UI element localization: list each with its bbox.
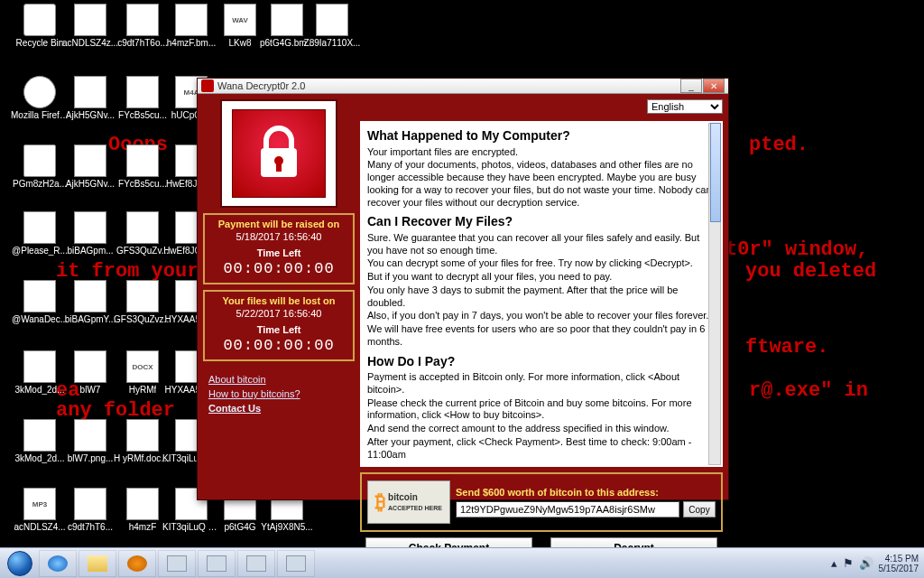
tray-time: 4:15 PM — [879, 554, 919, 564]
desktop-icon-label: biBAGpmY... — [65, 314, 116, 324]
msg-heading-3: How Do I Pay? — [367, 354, 716, 370]
copy-button[interactable]: Copy — [683, 501, 716, 517]
msg-p2f: We will have free events for users who a… — [367, 323, 716, 349]
raise-timer: Payment will be raised on 5/18/2017 16:5… — [203, 213, 355, 284]
msg-p1b: Many of your documents, photos, videos, … — [367, 159, 716, 209]
file-icon — [74, 4, 106, 36]
desktop-icon-label: GFS3QuZv... — [116, 246, 169, 256]
tray-chevron-icon[interactable]: ▴ — [831, 556, 837, 570]
svg-rect-2 — [276, 163, 282, 172]
desktop-icon-label: biBAGpm... — [67, 246, 113, 256]
start-button[interactable] — [2, 550, 38, 577]
desktop-icon[interactable]: acNDLSZ4z... — [61, 4, 119, 48]
file-icon — [74, 144, 106, 177]
pinned-explorer[interactable] — [79, 550, 116, 577]
raise-timer-date: 5/18/2017 16:56:40 — [208, 231, 349, 242]
task-app-2[interactable] — [198, 550, 236, 577]
desktop-icon-label: 3kMod_2d... — [14, 385, 64, 395]
file-icon — [126, 280, 159, 312]
minimize-button[interactable]: _ — [680, 79, 702, 93]
msg-p3a: Payment is accepted in Bitcoin only. For… — [367, 371, 716, 396]
msg-p3d: After your payment, click <Check Payment… — [367, 436, 716, 461]
desktop-icon-label: c9dt7hT6o... — [117, 38, 168, 48]
desktop-icon[interactable]: MP3acNDLSZ4... — [11, 488, 69, 532]
desktop-icon-label: Mozilla Firefox — [11, 110, 69, 120]
lock-icon — [254, 125, 304, 182]
contact-us-link[interactable]: Contact Us — [208, 403, 349, 414]
desktop-icon-label: blW7 — [80, 385, 101, 395]
taskbar: ▴ ⚑ 🔊 4:15 PM 5/15/2017 — [0, 547, 924, 578]
desktop-icon[interactable]: 3kMod_2d... — [11, 419, 69, 463]
desktop-icon-label: AjkH5GNv... — [66, 179, 115, 189]
tray-clock[interactable]: 4:15 PM 5/15/2017 — [879, 554, 919, 573]
language-select[interactable]: English — [647, 99, 723, 114]
desktop-icon[interactable]: c9dt7hT6... — [61, 488, 119, 532]
docx-icon: DOCX — [126, 350, 159, 383]
system-tray: ▴ ⚑ 🔊 4:15 PM 5/15/2017 — [826, 554, 925, 573]
lose-timer: Your files will be lost on 5/22/2017 16:… — [203, 290, 355, 361]
desktop-icon[interactable]: biBAGpmY... — [61, 280, 119, 324]
desktop-icon-label: @Please_R... — [12, 246, 68, 256]
lose-timer-label: Time Left — [208, 324, 349, 335]
file-icon — [126, 4, 159, 36]
raise-timer-label: Time Left — [208, 247, 349, 258]
tray-volume-icon[interactable]: 🔊 — [859, 556, 873, 570]
bitcoin-icon: ₿ — [375, 490, 385, 514]
wav-icon: WAV — [224, 4, 256, 36]
desktop-icon[interactable]: 3kMod_2d... — [11, 350, 69, 395]
about-bitcoin-link[interactable]: About bitcoin — [208, 374, 349, 385]
desktop-icon[interactable]: Z89Ia7110X... — [303, 4, 361, 48]
desktop-icon-label: Z89Ia7110X... — [304, 38, 361, 48]
wana-decryptor-window: Wana Decrypt0r 2.0 _ ✕ Payment will be r… — [197, 78, 729, 500]
desktop-icon-label: FYcBs5cu... — [118, 179, 167, 189]
exe-icon — [23, 280, 56, 312]
window-icon — [201, 79, 214, 92]
pinned-media[interactable] — [118, 550, 156, 577]
desktop-icon[interactable]: biBAGpm... — [61, 211, 119, 256]
desktop-icon[interactable]: Recycle Bin — [11, 4, 69, 48]
bitcoin-label: bitcoin — [388, 492, 418, 502]
file-icon — [316, 4, 348, 36]
msg-p1a: Your important files are encrypted. — [367, 146, 716, 159]
task-app-3[interactable] — [237, 550, 275, 577]
desktop-icon[interactable]: blW7 — [61, 350, 119, 395]
lock-graphic — [220, 99, 337, 208]
img-icon — [74, 76, 106, 108]
file-icon — [126, 488, 159, 520]
desktop-icon[interactable]: @WanaDec... — [11, 280, 69, 324]
raise-timer-digits: 00:00:00:00 — [208, 260, 349, 277]
bitcoin-address-input[interactable] — [456, 501, 679, 517]
lose-timer-digits: 00:00:00:00 — [208, 337, 349, 354]
how-buy-bitcoin-link[interactable]: How to buy bitcoins? — [208, 388, 349, 399]
desktop-icon[interactable]: AjkH5GNv... — [61, 144, 119, 189]
msg-p3b: Please check the current price of Bitcoi… — [367, 397, 716, 423]
tray-flag-icon[interactable]: ⚑ — [843, 556, 854, 570]
file-icon — [23, 211, 56, 244]
desktop-icon-label: FYcBs5cu... — [118, 110, 167, 120]
file-icon — [23, 419, 56, 452]
language-selector[interactable]: English — [647, 99, 723, 114]
bitcoin-badge: ₿ bitcoin ACCEPTED HERE — [367, 480, 450, 524]
msg-p2e: Also, if you don't pay in 7 days, you wo… — [367, 310, 716, 322]
desktop-icon[interactable]: PGm8zH2a... — [11, 144, 69, 189]
desktop-icon[interactable]: AjkH5GNv... — [61, 76, 119, 120]
desktop-icon[interactable]: @Please_R... — [11, 211, 69, 256]
titlebar[interactable]: Wana Decrypt0r 2.0 _ ✕ — [198, 79, 728, 94]
task-app-1[interactable] — [158, 550, 196, 577]
desktop-icon[interactable]: Mozilla Firefox — [11, 76, 69, 120]
msg-scrollbar-thumb[interactable] — [710, 123, 721, 222]
file-icon — [74, 419, 106, 452]
desktop-icon-label: @WanaDec... — [12, 314, 68, 324]
msg-p2d: You only have 3 days to submit the payme… — [367, 284, 716, 310]
close-button[interactable]: ✕ — [703, 79, 725, 93]
pinned-ie[interactable] — [39, 550, 77, 577]
msg-p2a: Sure. We guarantee that you can recover … — [367, 232, 716, 257]
tray-date: 5/15/2017 — [879, 564, 919, 573]
bin-icon — [23, 4, 56, 36]
desktop-icon-label: Recycle Bin — [16, 38, 64, 48]
windows-orb-icon — [7, 551, 32, 576]
task-app-4[interactable] — [277, 550, 315, 577]
lose-timer-date: 5/22/2017 16:56:40 — [208, 308, 349, 319]
send-instruction: Send $600 worth of bitcoin to this addre… — [456, 487, 716, 498]
desktop-icon[interactable]: blW7.png... — [61, 419, 119, 463]
